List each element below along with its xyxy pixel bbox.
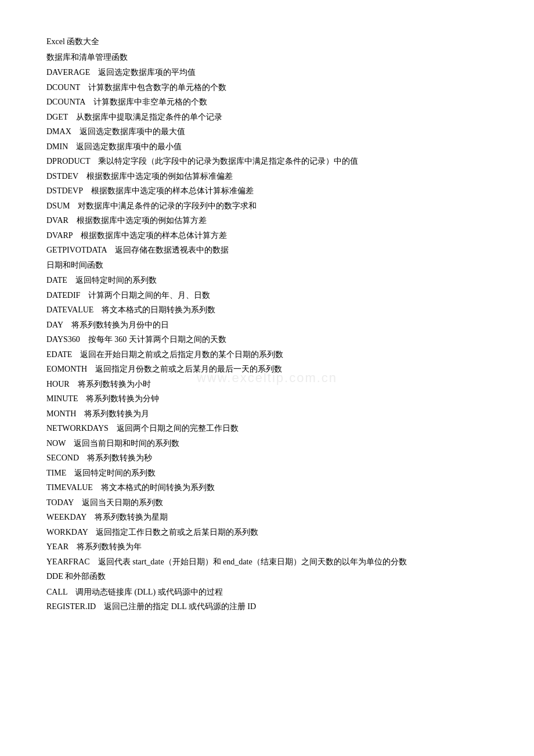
function-desc: 返回代表 start_date（开始日期）和 end_date（结束日期）之间天… [98,557,407,566]
function-desc: 根据数据库中选定项的例如估算标准偏差 [86,172,233,181]
function-name: DATEDIF [46,291,80,300]
function-entry-now: NOW 返回当前日期和时间的系列数 [46,437,488,451]
function-entry-register.id: REGISTER.ID 返回已注册的指定 DLL 或代码源的注册 ID [46,600,488,614]
function-name: GETPIVOTDATA [46,246,107,254]
function-name: NETWORKDAYS [46,424,109,433]
function-desc: 计算两个日期之间的年、月、日数 [88,291,210,300]
function-desc: 返回当前日期和时间的系列数 [74,439,179,448]
function-desc: 返回当天日期的系列数 [82,498,163,507]
function-name: TODAY [46,498,74,507]
section-db-section: 数据库和清单管理函数DAVERAGE 返回选定数据库项的平均值DCOUNT 计算… [46,51,488,258]
function-entry-edate: EDATE 返回在开始日期之前或之后指定月数的某个日期的系列数 [46,348,488,362]
function-entry-date: DATE 返回特定时间的系列数 [46,273,488,288]
function-name: YEAR [46,542,68,551]
function-desc: 计算数据库中非空单元格的个数 [93,98,207,106]
function-name: DSTDEV [46,172,78,181]
function-name: SECOND [46,453,79,462]
function-name: MONTH [46,409,76,418]
function-name: DATE [46,276,67,285]
function-entry-month: MONTH 将系列数转换为月 [46,407,488,422]
function-desc: 按每年 360 天计算两个日期之间的天数 [88,335,226,344]
function-name: EOMONTH [46,365,87,373]
section-title-dde-section: DDE 和外部函数 [46,570,488,584]
function-desc: 返回指定工作日数之前或之后某日期的系列数 [96,528,258,537]
function-entry-datevalue: DATEVALUE 将文本格式的日期转换为系列数 [46,303,488,318]
function-entry-workday: WORKDAY 返回指定工作日数之前或之后某日期的系列数 [46,525,488,540]
function-name: DSTDEVP [46,186,83,195]
function-name: DGET [46,113,68,121]
function-desc: 将系列数转换为星期 [95,513,168,521]
function-desc: 将系列数转换为分钟 [86,394,159,403]
function-name: HOUR [46,380,70,388]
function-entry-weekday: WEEKDAY 将系列数转换为星期 [46,510,488,525]
function-name: YEARFRAC [46,557,90,566]
function-entry-dcounta: DCOUNTA 计算数据库中非空单元格的个数 [46,95,488,110]
function-desc: 返回指定月份数之前或之后某月的最后一天的系列数 [95,365,282,373]
function-desc: 将文本格式的时间转换为系列数 [101,483,215,492]
function-name: NOW [46,439,66,448]
function-name: DVARP [46,231,73,240]
function-desc: 将系列数转换为秒 [87,453,152,462]
function-entry-dstdev: DSTDEV 根据数据库中选定项的例如估算标准偏差 [46,170,488,184]
function-entry-yearfrac: YEARFRAC 返回代表 start_date（开始日期）和 end_date… [46,555,488,570]
function-desc: 返回选定数据库项的平均值 [98,68,196,77]
function-name: REGISTER.ID [46,602,96,611]
function-entry-eomonth: EOMONTH 返回指定月份数之前或之后某月的最后一天的系列数 [46,362,488,377]
function-desc: 从数据库中提取满足指定条件的单个记录 [76,113,222,121]
function-entry-second: SECOND 将系列数转换为秒 [46,451,488,466]
function-desc: 调用动态链接库 (DLL) 或代码源中的过程 [75,588,223,596]
function-entry-dmax: DMAX 返回选定数据库项中的最大值 [46,125,488,139]
function-entry-dsum: DSUM 对数据库中满足条件的记录的字段列中的数字求和 [46,199,488,214]
function-entry-call: CALL 调用动态链接库 (DLL) 或代码源中的过程 [46,585,488,600]
function-desc: 返回在开始日期之前或之后指定月数的某个日期的系列数 [80,350,283,359]
function-entry-today: TODAY 返回当天日期的系列数 [46,496,488,510]
function-desc: 计算数据库中包含数字的单元格的个数 [88,83,226,92]
function-name: EDATE [46,350,72,359]
function-entry-timevalue: TIMEVALUE 将文本格式的时间转换为系列数 [46,481,488,495]
function-desc: 将系列数转换为年 [77,542,142,551]
function-desc: 将系列数转换为小时 [78,380,151,388]
function-entry-dvar: DVAR 根据数据库中选定项的例如估算方差 [46,214,488,228]
function-name: CALL [46,588,67,596]
function-entry-datedif: DATEDIF 计算两个日期之间的年、月、日数 [46,289,488,303]
function-name: DAY [46,321,63,329]
function-desc: 将系列数转换为月 [84,409,149,418]
function-desc: 返回选定数据库项中的最小值 [76,142,182,151]
function-entry-networkdays: NETWORKDAYS 返回两个日期之间的完整工作日数 [46,422,488,436]
function-entry-hour: HOUR 将系列数转换为小时 [46,377,488,392]
function-name: DMAX [46,127,71,136]
function-name: TIMEVALUE [46,483,93,492]
function-entry-dget: DGET 从数据库中提取满足指定条件的单个记录 [46,110,488,125]
function-entry-day: DAY 将系列数转换为月份中的日 [46,318,488,333]
function-name: WEEKDAY [46,513,86,521]
section-title-date-section: 日期和时间函数 [46,258,488,273]
content-root: 数据库和清单管理函数DAVERAGE 返回选定数据库项的平均值DCOUNT 计算… [46,51,488,614]
function-name: DAYS360 [46,335,80,344]
function-name: DSUM [46,201,70,210]
page-title: Excel 函数大全 [46,35,488,49]
function-desc: 根据数据库中选定项的样本总体计算方差 [81,231,227,240]
function-entry-time: TIME 返回特定时间的系列数 [46,466,488,481]
function-name: DAVERAGE [46,68,90,77]
function-name: DPRODUCT [46,157,90,165]
function-desc: 乘以特定字段（此字段中的记录为数据库中满足指定条件的记录）中的值 [98,157,358,165]
function-entry-dcount: DCOUNT 计算数据库中包含数字的单元格的个数 [46,81,488,95]
function-desc: 将系列数转换为月份中的日 [71,321,169,329]
function-desc: 返回特定时间的系列数 [74,469,156,477]
function-entry-year: YEAR 将系列数转换为年 [46,540,488,555]
function-entry-dproduct: DPRODUCT 乘以特定字段（此字段中的记录为数据库中满足指定条件的记录）中的… [46,154,488,169]
function-entry-days360: DAYS360 按每年 360 天计算两个日期之间的天数 [46,333,488,347]
function-desc: 返回选定数据库项中的最大值 [80,127,185,136]
function-name: MINUTE [46,394,78,403]
function-name: DCOUNTA [46,98,85,106]
function-entry-getpivotdata: GETPIVOTDATA 返回存储在数据透视表中的数据 [46,243,488,258]
function-desc: 返回已注册的指定 DLL 或代码源的注册 ID [104,602,256,611]
function-entry-minute: MINUTE 将系列数转换为分钟 [46,392,488,406]
function-desc: 返回两个日期之间的完整工作日数 [117,424,239,433]
function-name: DVAR [46,216,68,225]
function-name: DATEVALUE [46,305,93,314]
function-entry-dmin: DMIN 返回选定数据库项中的最小值 [46,140,488,154]
function-desc: 对数据库中满足条件的记录的字段列中的数字求和 [78,201,257,210]
section-title-db-section: 数据库和清单管理函数 [46,51,488,65]
function-entry-daverage: DAVERAGE 返回选定数据库项的平均值 [46,66,488,80]
